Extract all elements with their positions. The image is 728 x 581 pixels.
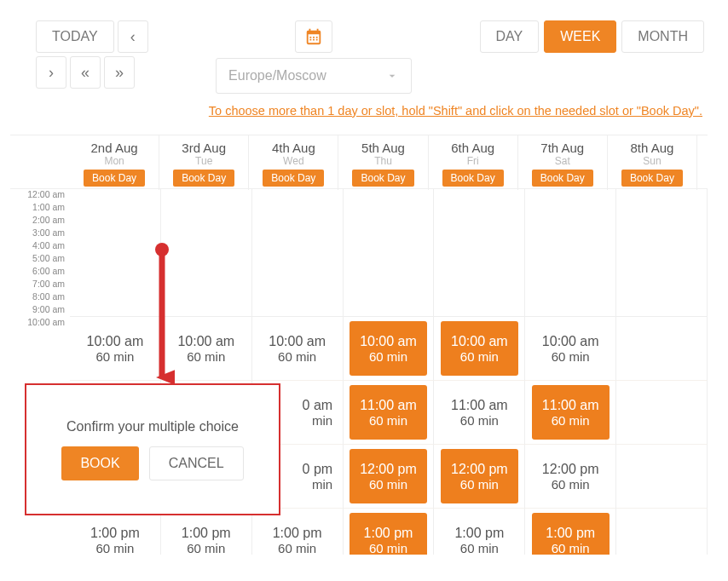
book-day-button[interactable]: Book Day — [263, 170, 324, 187]
empty-cell — [252, 240, 344, 253]
slot-cell: 10:00 am60 min — [525, 317, 616, 381]
time-slot[interactable]: 1:00 pm60 min — [532, 513, 610, 555]
empty-cell — [344, 227, 435, 240]
time-slot[interactable]: 10:00 am60 min — [76, 321, 153, 376]
confirm-popup: Confirm your multiple choice BOOK CANCEL — [25, 383, 280, 515]
empty-cell — [525, 227, 616, 240]
first-button[interactable]: « — [70, 56, 101, 89]
empty-cell — [252, 253, 344, 266]
time-slot[interactable]: 10:00 am60 min — [350, 321, 427, 376]
day-header: 5th AugThuBook Day — [338, 135, 428, 190]
prev-button[interactable]: ‹ — [118, 20, 148, 53]
day-header: 6th AugFriBook Day — [429, 135, 518, 190]
day-header: 8th AugSunBook Day — [608, 135, 697, 190]
time-slot[interactable]: 10:00 am60 min — [258, 321, 336, 376]
time-slot[interactable]: 12:00 pm60 min — [350, 449, 427, 503]
cancel-button[interactable]: CANCEL — [149, 446, 244, 480]
book-day-button[interactable]: Book Day — [442, 170, 504, 187]
hour-label: 2:00 am — [10, 215, 65, 227]
empty-cell — [616, 240, 708, 253]
empty-cell — [525, 189, 616, 202]
empty-cell — [344, 291, 435, 304]
empty-cell — [70, 279, 161, 291]
slot-cell: 12:00 pm60 min — [525, 445, 616, 509]
time-slot[interactable]: 12:00 pm60 min — [441, 449, 518, 503]
empty-cell — [161, 291, 252, 304]
empty-cell — [161, 202, 252, 215]
slot-duration: 60 min — [552, 349, 590, 364]
shift-hint: To choose more than 1 day or slot, hold … — [0, 97, 728, 126]
time-slot[interactable]: 1:00 pm60 min — [167, 513, 245, 555]
empty-cell — [616, 253, 708, 266]
day-date: 7th Aug — [518, 141, 607, 155]
empty-cell — [344, 304, 435, 317]
hour-label — [10, 509, 65, 555]
book-day-button[interactable]: Book Day — [352, 170, 413, 187]
empty-cell — [525, 202, 616, 215]
empty-cell — [434, 291, 525, 304]
slot-duration: 60 min — [278, 541, 316, 555]
time-slot[interactable]: 11:00 am60 min — [532, 385, 610, 440]
next-button[interactable]: › — [36, 56, 66, 89]
hour-label: 7:00 am — [10, 279, 65, 291]
calendar-button[interactable] — [295, 20, 332, 53]
hour-label: 9:00 am — [10, 304, 65, 317]
empty-cell — [161, 215, 252, 227]
time-slot[interactable]: 12:00 pm60 min — [532, 449, 610, 503]
slot-duration: min — [312, 477, 332, 492]
slot-duration: 60 min — [95, 541, 134, 555]
time-slot[interactable]: 11:00 am60 min — [350, 385, 427, 440]
empty-cell — [525, 304, 616, 317]
time-slot[interactable]: 1:00 pm60 min — [76, 513, 153, 555]
book-button[interactable]: BOOK — [61, 446, 138, 480]
view-month-button[interactable]: MONTH — [621, 20, 704, 53]
book-day-button[interactable]: Book Day — [532, 170, 593, 187]
empty-cell — [434, 240, 525, 253]
hour-label: 5:00 am — [10, 253, 65, 266]
time-slot[interactable]: 1:00 pm60 min — [258, 513, 336, 555]
slot-time: 12:00 pm — [451, 462, 508, 477]
time-slot[interactable]: 1:00 pm60 min — [350, 513, 427, 555]
slot-cell: 1:00 pm60 min — [161, 509, 252, 555]
slot-cell: 11:00 am60 min — [434, 381, 525, 445]
time-slot[interactable]: 10:00 am60 min — [167, 321, 245, 376]
day-of-week: Sat — [518, 155, 607, 167]
slot-cell: 1:00 pm60 min — [525, 509, 616, 555]
empty-cell — [161, 304, 252, 317]
book-day-button[interactable]: Book Day — [621, 170, 683, 187]
book-day-button[interactable]: Book Day — [84, 170, 145, 187]
view-week-button[interactable]: WEEK — [544, 20, 616, 53]
time-slot[interactable]: 10:00 am60 min — [532, 321, 610, 376]
empty-cell — [616, 304, 708, 317]
empty-cell — [344, 279, 435, 291]
confirm-buttons: BOOK CANCEL — [61, 446, 243, 480]
slot-cell: 10:00 am60 min — [252, 317, 344, 381]
slot-cell: 10:00 am60 min — [434, 317, 525, 381]
slot-time: 1:00 pm — [364, 526, 413, 541]
slot-time: 10:00 am — [451, 334, 508, 349]
empty-cell — [344, 202, 435, 215]
time-slot[interactable]: 1:00 pm60 min — [441, 513, 518, 555]
center-controls: Europe/Moscow — [153, 20, 475, 94]
day-header: 3rd AugTueBook Day — [159, 135, 249, 190]
hour-label: 4:00 am — [10, 240, 65, 253]
day-headers: 2nd AugMonBook Day3rd AugTueBook Day4th … — [70, 135, 697, 190]
book-day-button[interactable]: Book Day — [173, 170, 234, 187]
timezone-select[interactable]: Europe/Moscow — [216, 58, 412, 94]
empty-cell — [616, 202, 708, 215]
view-day-button[interactable]: DAY — [480, 20, 540, 53]
slot-duration: 60 min — [187, 349, 225, 364]
empty-cell — [252, 202, 344, 215]
empty-cell — [616, 227, 708, 240]
empty-cell — [434, 202, 525, 215]
time-slot[interactable]: 11:00 am60 min — [441, 385, 518, 440]
today-button[interactable]: TODAY — [36, 20, 114, 53]
slot-time: 0 pm — [303, 462, 333, 477]
time-slot[interactable]: 10:00 am60 min — [441, 321, 518, 376]
last-button[interactable]: » — [104, 56, 135, 89]
empty-cell — [252, 189, 344, 202]
chevron-down-icon — [385, 69, 399, 83]
empty-cell — [70, 227, 161, 240]
empty-cell — [161, 227, 252, 240]
day-of-week: Sun — [608, 155, 696, 167]
